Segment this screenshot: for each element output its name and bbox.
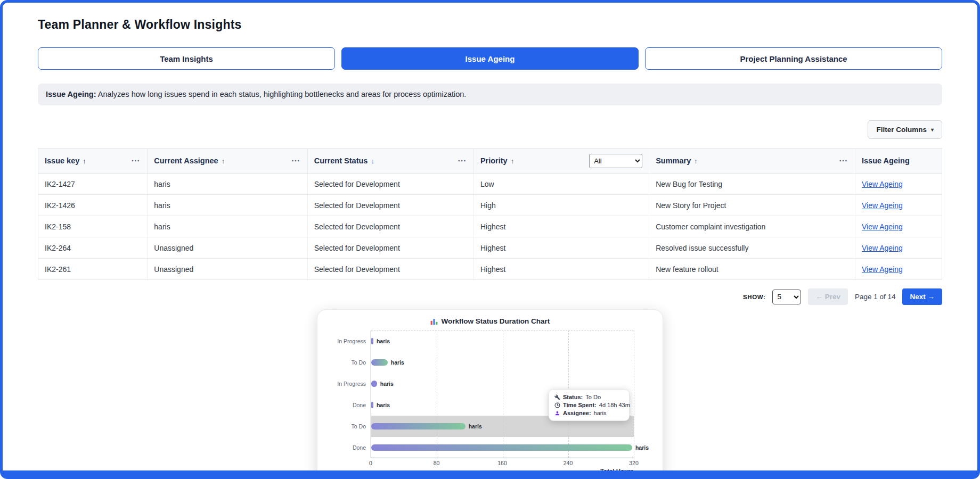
priority-filter-select[interactable]: All bbox=[589, 154, 642, 168]
col-header-issue-key[interactable]: Issue key↑ ⋯ bbox=[38, 148, 148, 174]
table-row: IK2-1426harisSelected for DevelopmentHig… bbox=[38, 195, 942, 216]
cell-current-status: Selected for Development bbox=[307, 237, 473, 259]
col-label-summary: Summary bbox=[656, 156, 691, 165]
chart-bar-row: haris bbox=[371, 331, 634, 352]
cell-summary: Resolved issue successfully bbox=[649, 237, 855, 259]
view-ageing-link[interactable]: View Ageing bbox=[862, 201, 903, 210]
cell-summary: New feature rollout bbox=[649, 259, 855, 280]
wrench-icon bbox=[554, 394, 560, 400]
column-menu-icon[interactable]: ⋯ bbox=[838, 156, 848, 165]
cell-current-status: Selected for Development bbox=[307, 195, 473, 216]
gridline bbox=[634, 331, 634, 458]
x-tick-label: 80 bbox=[434, 460, 440, 466]
chart-tooltip: Status: To Do Time Spent: 4d 18h 43m Ass… bbox=[549, 389, 630, 421]
x-tick-label: 240 bbox=[564, 460, 573, 466]
col-label-issue-ageing: Issue Ageing bbox=[862, 156, 910, 165]
chart-bar-row: haris bbox=[371, 437, 634, 458]
cell-current-assignee: Unassigned bbox=[148, 259, 307, 280]
tab-project-planning-assistance[interactable]: Project Planning Assistance bbox=[645, 47, 942, 70]
col-label-current-assignee: Current Assignee bbox=[154, 156, 218, 165]
cell-priority: Highest bbox=[473, 259, 649, 280]
tooltip-status-line: Status: To Do bbox=[554, 394, 624, 400]
cell-summary: New Bug for Testing bbox=[649, 174, 855, 195]
page-size-select[interactable]: 5 bbox=[772, 290, 801, 304]
tab-bar: Team Insights Issue Ageing Project Plann… bbox=[38, 47, 942, 70]
chart-bar-row: haris bbox=[371, 352, 634, 373]
filter-columns-button[interactable]: Filter Columns ▾ bbox=[868, 120, 942, 139]
bar-chart-icon bbox=[430, 318, 438, 325]
col-label-current-status: Current Status bbox=[314, 156, 368, 165]
column-menu-icon[interactable]: ⋯ bbox=[130, 156, 141, 165]
tooltip-assignee-line: Assignee: haris bbox=[554, 410, 624, 416]
show-label: SHOW: bbox=[743, 294, 765, 300]
col-header-current-status[interactable]: Current Status↓ ⋯ bbox=[307, 148, 473, 174]
issue-ageing-table: Issue key↑ ⋯ Current Assignee↑ ⋯ Current… bbox=[38, 148, 942, 280]
duration-bar[interactable] bbox=[371, 444, 632, 451]
cell-current-status: Selected for Development bbox=[307, 259, 473, 280]
duration-bar[interactable] bbox=[371, 402, 373, 408]
app-frame: Team Planner & Workflow Insights Team In… bbox=[0, 0, 980, 479]
cell-issue-ageing: View Ageing bbox=[855, 195, 942, 216]
table-header-row: Issue key↑ ⋯ Current Assignee↑ ⋯ Current… bbox=[38, 148, 942, 174]
view-ageing-link[interactable]: View Ageing bbox=[862, 222, 903, 231]
col-header-priority[interactable]: Priority↑ All bbox=[473, 148, 649, 174]
table-toolbar: Filter Columns ▾ bbox=[38, 120, 942, 139]
prev-page-button[interactable]: ← Prev bbox=[808, 288, 848, 305]
sort-asc-icon: ↑ bbox=[83, 157, 86, 165]
x-tick-label: 160 bbox=[497, 460, 507, 466]
page-title: Team Planner & Workflow Insights bbox=[38, 16, 942, 32]
y-axis-label: To Do bbox=[317, 352, 371, 373]
column-menu-icon[interactable]: ⋯ bbox=[290, 156, 301, 165]
bar-assignee-label: haris bbox=[380, 381, 394, 387]
chart-x-axis-label: Total Hours bbox=[371, 468, 634, 474]
sort-asc-icon: ↑ bbox=[511, 157, 514, 165]
chart-title-text: Workflow Status Duration Chart bbox=[442, 317, 550, 325]
duration-bar[interactable] bbox=[371, 359, 388, 366]
cell-current-assignee: haris bbox=[148, 216, 307, 237]
table-row: IK2-264UnassignedSelected for Developmen… bbox=[38, 237, 942, 259]
sort-desc-icon: ↓ bbox=[371, 157, 374, 165]
tooltip-assignee-label: Assignee: bbox=[563, 410, 591, 416]
y-axis-label: To Do bbox=[317, 416, 371, 437]
pagination-bar: SHOW: 5 ← Prev Page 1 of 14 Next → bbox=[38, 288, 942, 305]
tooltip-time-line: Time Spent: 4d 18h 43m bbox=[554, 402, 624, 408]
filter-columns-label: Filter Columns bbox=[876, 126, 927, 134]
table-row: IK2-1427harisSelected for DevelopmentLow… bbox=[38, 174, 942, 195]
duration-bar[interactable] bbox=[371, 423, 466, 430]
tab-team-insights[interactable]: Team Insights bbox=[38, 47, 335, 70]
cell-summary: Customer complaint investigation bbox=[649, 216, 855, 237]
next-page-button[interactable]: Next → bbox=[902, 288, 942, 305]
cell-current-assignee: haris bbox=[148, 195, 307, 216]
cell-issue-key: IK2-261 bbox=[38, 259, 148, 280]
cell-issue-ageing: View Ageing bbox=[855, 259, 942, 280]
sort-asc-icon: ↑ bbox=[222, 157, 225, 165]
view-ageing-link[interactable]: View Ageing bbox=[862, 265, 903, 274]
x-tick-label: 320 bbox=[629, 460, 639, 466]
cell-issue-key: IK2-1426 bbox=[38, 195, 148, 216]
view-ageing-link[interactable]: View Ageing bbox=[862, 244, 903, 252]
y-axis-label: In Progress bbox=[317, 331, 371, 352]
cell-priority: Low bbox=[473, 174, 649, 195]
tooltip-status-value: To Do bbox=[585, 394, 601, 400]
clock-icon bbox=[554, 402, 560, 408]
col-header-current-assignee[interactable]: Current Assignee↑ ⋯ bbox=[148, 148, 307, 174]
workflow-duration-chart-card: Workflow Status Duration Chart In Progre… bbox=[317, 309, 663, 479]
cell-priority: Highest bbox=[473, 237, 649, 259]
table-row: IK2-158harisSelected for DevelopmentHigh… bbox=[38, 216, 942, 237]
cell-issue-ageing: View Ageing bbox=[855, 174, 942, 195]
tooltip-status-label: Status: bbox=[563, 394, 583, 400]
tab-issue-ageing[interactable]: Issue Ageing bbox=[341, 47, 639, 70]
col-header-summary[interactable]: Summary↑ ⋯ bbox=[649, 148, 855, 174]
chevron-down-icon: ▾ bbox=[931, 127, 934, 133]
duration-bar[interactable] bbox=[371, 338, 373, 344]
col-header-issue-ageing: Issue Ageing bbox=[855, 148, 942, 174]
info-banner-text: Analyzes how long issues spend in each s… bbox=[98, 90, 467, 98]
column-menu-icon[interactable]: ⋯ bbox=[456, 156, 467, 165]
view-ageing-link[interactable]: View Ageing bbox=[862, 180, 903, 188]
y-axis-label: Done bbox=[317, 394, 371, 416]
cell-priority: High bbox=[473, 195, 649, 216]
tooltip-time-label: Time Spent: bbox=[563, 402, 597, 408]
chart-body: In ProgressTo DoIn ProgressDoneTo DoDone… bbox=[317, 331, 663, 458]
duration-bar[interactable] bbox=[371, 381, 377, 387]
cell-current-assignee: Unassigned bbox=[148, 237, 307, 259]
